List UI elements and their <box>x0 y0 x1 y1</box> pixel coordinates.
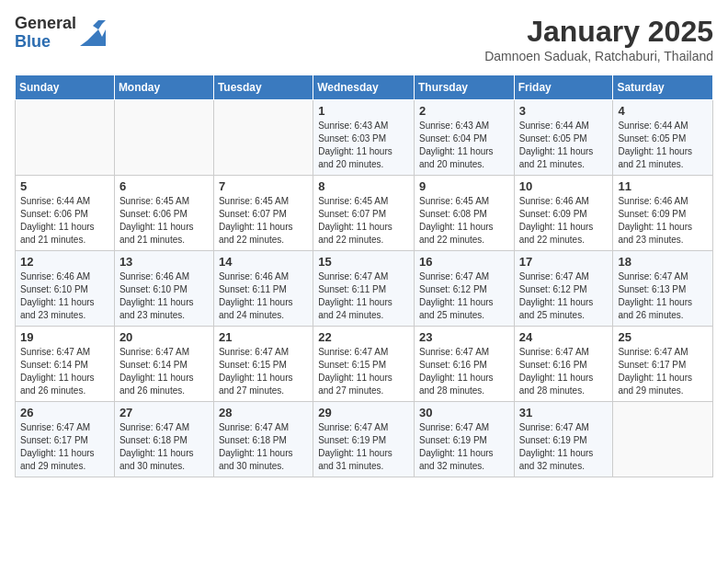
day-cell: 30Sunrise: 6:47 AM Sunset: 6:19 PM Dayli… <box>414 402 514 477</box>
day-number: 24 <box>519 330 609 344</box>
day-number: 9 <box>419 179 509 193</box>
day-cell: 12Sunrise: 6:46 AM Sunset: 6:10 PM Dayli… <box>16 251 115 327</box>
day-cell: 16Sunrise: 6:47 AM Sunset: 6:12 PM Dayli… <box>414 251 514 327</box>
day-info: Sunrise: 6:43 AM Sunset: 6:04 PM Dayligh… <box>419 120 509 171</box>
day-number: 13 <box>119 255 209 269</box>
logo: General Blue <box>15 15 106 52</box>
day-info: Sunrise: 6:46 AM Sunset: 6:09 PM Dayligh… <box>618 195 708 247</box>
calendar-table: SundayMondayTuesdayWednesdayThursdayFrid… <box>15 75 713 477</box>
day-cell: 17Sunrise: 6:47 AM Sunset: 6:12 PM Dayli… <box>514 251 613 327</box>
day-number: 31 <box>519 406 609 419</box>
day-number: 17 <box>519 255 609 269</box>
day-cell: 28Sunrise: 6:47 AM Sunset: 6:18 PM Dayli… <box>213 402 313 477</box>
day-info: Sunrise: 6:47 AM Sunset: 6:16 PM Dayligh… <box>519 346 609 397</box>
day-info: Sunrise: 6:47 AM Sunset: 6:15 PM Dayligh… <box>318 346 409 397</box>
header-wednesday: Wednesday <box>313 75 415 100</box>
day-info: Sunrise: 6:47 AM Sunset: 6:19 PM Dayligh… <box>419 421 509 473</box>
day-cell: 14Sunrise: 6:46 AM Sunset: 6:11 PM Dayli… <box>213 251 313 327</box>
day-number: 11 <box>618 179 708 193</box>
day-cell: 7Sunrise: 6:45 AM Sunset: 6:07 PM Daylig… <box>213 176 313 251</box>
day-info: Sunrise: 6:47 AM Sunset: 6:15 PM Dayligh… <box>219 346 308 397</box>
day-info: Sunrise: 6:47 AM Sunset: 6:16 PM Dayligh… <box>419 346 509 397</box>
header-saturday: Saturday <box>613 75 713 100</box>
day-cell: 11Sunrise: 6:46 AM Sunset: 6:09 PM Dayli… <box>613 176 713 251</box>
day-number: 12 <box>20 255 109 269</box>
day-cell: 15Sunrise: 6:47 AM Sunset: 6:11 PM Dayli… <box>313 251 415 327</box>
day-number: 8 <box>318 179 409 193</box>
day-cell: 21Sunrise: 6:47 AM Sunset: 6:15 PM Dayli… <box>213 327 313 402</box>
day-info: Sunrise: 6:47 AM Sunset: 6:17 PM Dayligh… <box>618 346 708 397</box>
day-number: 29 <box>318 406 409 419</box>
day-number: 4 <box>618 104 708 118</box>
day-cell: 26Sunrise: 6:47 AM Sunset: 6:17 PM Dayli… <box>16 402 115 477</box>
day-cell: 5Sunrise: 6:44 AM Sunset: 6:06 PM Daylig… <box>16 176 115 251</box>
day-info: Sunrise: 6:47 AM Sunset: 6:12 PM Dayligh… <box>419 270 509 322</box>
week-row-4: 26Sunrise: 6:47 AM Sunset: 6:17 PM Dayli… <box>16 402 713 477</box>
day-info: Sunrise: 6:46 AM Sunset: 6:09 PM Dayligh… <box>519 195 609 247</box>
day-info: Sunrise: 6:43 AM Sunset: 6:03 PM Dayligh… <box>318 120 409 171</box>
day-cell: 25Sunrise: 6:47 AM Sunset: 6:17 PM Dayli… <box>613 327 713 402</box>
day-cell: 3Sunrise: 6:44 AM Sunset: 6:05 PM Daylig… <box>514 100 613 176</box>
header-monday: Monday <box>114 75 213 100</box>
day-cell: 13Sunrise: 6:46 AM Sunset: 6:10 PM Dayli… <box>114 251 213 327</box>
logo-icon <box>80 20 106 46</box>
day-number: 26 <box>20 406 109 419</box>
day-number: 21 <box>219 330 308 344</box>
day-number: 16 <box>419 255 509 269</box>
calendar-header: SundayMondayTuesdayWednesdayThursdayFrid… <box>16 75 713 100</box>
day-info: Sunrise: 6:47 AM Sunset: 6:14 PM Dayligh… <box>119 346 209 397</box>
day-info: Sunrise: 6:47 AM Sunset: 6:12 PM Dayligh… <box>519 270 609 322</box>
calendar-body: 1Sunrise: 6:43 AM Sunset: 6:03 PM Daylig… <box>16 100 713 477</box>
day-info: Sunrise: 6:47 AM Sunset: 6:11 PM Dayligh… <box>318 270 409 322</box>
day-number: 25 <box>618 330 708 344</box>
day-number: 7 <box>219 179 308 193</box>
page-header: General Blue January 2025 Damnoen Saduak… <box>15 15 713 63</box>
day-number: 22 <box>318 330 409 344</box>
day-info: Sunrise: 6:47 AM Sunset: 6:14 PM Dayligh… <box>20 346 109 397</box>
logo-blue-text: Blue <box>15 33 76 52</box>
day-cell: 23Sunrise: 6:47 AM Sunset: 6:16 PM Dayli… <box>414 327 514 402</box>
day-info: Sunrise: 6:47 AM Sunset: 6:19 PM Dayligh… <box>519 421 609 473</box>
day-info: Sunrise: 6:45 AM Sunset: 6:07 PM Dayligh… <box>219 195 308 247</box>
day-info: Sunrise: 6:45 AM Sunset: 6:07 PM Dayligh… <box>318 195 409 247</box>
day-info: Sunrise: 6:47 AM Sunset: 6:18 PM Dayligh… <box>119 421 209 473</box>
day-number: 5 <box>20 179 109 193</box>
day-cell: 1Sunrise: 6:43 AM Sunset: 6:03 PM Daylig… <box>313 100 415 176</box>
location-title: Damnoen Saduak, Ratchaburi, Thailand <box>484 49 713 63</box>
day-info: Sunrise: 6:47 AM Sunset: 6:17 PM Dayligh… <box>20 421 109 473</box>
day-cell: 10Sunrise: 6:46 AM Sunset: 6:09 PM Dayli… <box>514 176 613 251</box>
day-cell <box>16 100 115 176</box>
day-info: Sunrise: 6:47 AM Sunset: 6:19 PM Dayligh… <box>318 421 409 473</box>
day-info: Sunrise: 6:45 AM Sunset: 6:06 PM Dayligh… <box>119 195 209 247</box>
day-cell: 9Sunrise: 6:45 AM Sunset: 6:08 PM Daylig… <box>414 176 514 251</box>
day-number: 3 <box>519 104 609 118</box>
day-number: 30 <box>419 406 509 419</box>
day-cell: 31Sunrise: 6:47 AM Sunset: 6:19 PM Dayli… <box>514 402 613 477</box>
header-row: SundayMondayTuesdayWednesdayThursdayFrid… <box>16 75 713 100</box>
day-info: Sunrise: 6:44 AM Sunset: 6:05 PM Dayligh… <box>519 120 609 171</box>
day-number: 20 <box>119 330 209 344</box>
day-info: Sunrise: 6:44 AM Sunset: 6:06 PM Dayligh… <box>20 195 109 247</box>
day-cell: 2Sunrise: 6:43 AM Sunset: 6:04 PM Daylig… <box>414 100 514 176</box>
title-block: January 2025 Damnoen Saduak, Ratchaburi,… <box>484 15 713 63</box>
day-number: 18 <box>618 255 708 269</box>
header-tuesday: Tuesday <box>213 75 313 100</box>
day-cell: 24Sunrise: 6:47 AM Sunset: 6:16 PM Dayli… <box>514 327 613 402</box>
header-thursday: Thursday <box>414 75 514 100</box>
day-number: 27 <box>119 406 209 419</box>
day-info: Sunrise: 6:46 AM Sunset: 6:10 PM Dayligh… <box>20 270 109 322</box>
day-number: 6 <box>119 179 209 193</box>
header-sunday: Sunday <box>16 75 115 100</box>
day-cell <box>613 402 713 477</box>
svg-marker-0 <box>80 29 106 46</box>
day-info: Sunrise: 6:47 AM Sunset: 6:18 PM Dayligh… <box>219 421 308 473</box>
day-cell: 4Sunrise: 6:44 AM Sunset: 6:05 PM Daylig… <box>613 100 713 176</box>
month-title: January 2025 <box>484 15 713 49</box>
day-info: Sunrise: 6:46 AM Sunset: 6:10 PM Dayligh… <box>119 270 209 322</box>
week-row-3: 19Sunrise: 6:47 AM Sunset: 6:14 PM Dayli… <box>16 327 713 402</box>
day-number: 10 <box>519 179 609 193</box>
day-info: Sunrise: 6:46 AM Sunset: 6:11 PM Dayligh… <box>219 270 308 322</box>
day-cell <box>114 100 213 176</box>
day-info: Sunrise: 6:47 AM Sunset: 6:13 PM Dayligh… <box>618 270 708 322</box>
week-row-1: 5Sunrise: 6:44 AM Sunset: 6:06 PM Daylig… <box>16 176 713 251</box>
